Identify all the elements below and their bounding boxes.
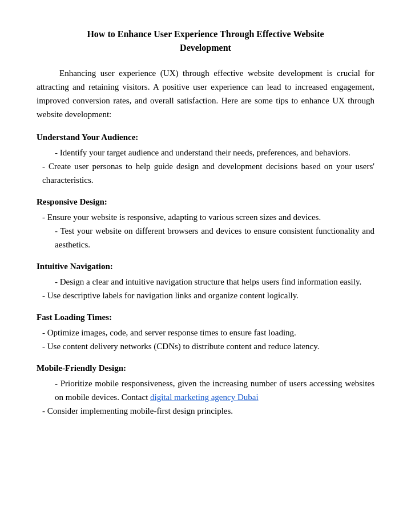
intro-paragraph: Enhancing user experience (UX) through e… [37,66,374,121]
section-body-fast-loading: - Optimize images, code, and server resp… [37,326,374,353]
bullet-item: - Create user personas to help guide des… [37,159,374,187]
title-line2: Development [180,43,231,53]
bullet-item: - Prioritize mobile responsiveness, give… [37,377,374,404]
bullet-item: - Design a clear and intuitive navigatio… [37,275,374,289]
section-understand-audience: Understand Your Audience: - Identify you… [37,133,374,187]
section-fast-loading: Fast Loading Times: - Optimize images, c… [37,313,374,353]
bullet-item: - Use content delivery networks (CDNs) t… [37,339,374,353]
section-body-intuitive-navigation: - Design a clear and intuitive navigatio… [37,275,374,302]
digital-marketing-link[interactable]: digital marketing agency Dubai [150,393,259,402]
section-heading-understand-audience: Understand Your Audience: [37,133,374,142]
section-heading-mobile-friendly: Mobile-Friendly Design: [37,363,374,373]
section-intuitive-navigation: Intuitive Navigation: - Design a clear a… [37,262,374,302]
page-title: How to Enhance User Experience Through E… [37,27,374,55]
section-heading-fast-loading: Fast Loading Times: [37,313,374,322]
bullet-item: - Identify your target audience and unde… [37,146,374,159]
bullet-item: - Consider implementing mobile-first des… [37,404,374,418]
section-mobile-friendly: Mobile-Friendly Design: - Prioritize mob… [37,363,374,418]
section-body-responsive-design: - Ensure your website is responsive, ada… [37,210,374,251]
section-body-mobile-friendly: - Prioritize mobile responsiveness, give… [37,377,374,418]
section-heading-intuitive-navigation: Intuitive Navigation: [37,262,374,271]
section-heading-responsive-design: Responsive Design: [37,197,374,207]
bullet-item: - Use descriptive labels for navigation … [37,289,374,302]
bullet-item: - Test your website on different browser… [37,224,374,251]
bullet-item: - Optimize images, code, and server resp… [37,326,374,339]
page: How to Enhance User Experience Through E… [0,0,411,532]
section-body-understand-audience: - Identify your target audience and unde… [37,146,374,187]
title-line1: How to Enhance User Experience Through E… [87,29,324,39]
bullet-item: - Ensure your website is responsive, ada… [37,210,374,224]
section-responsive-design: Responsive Design: - Ensure your website… [37,197,374,251]
